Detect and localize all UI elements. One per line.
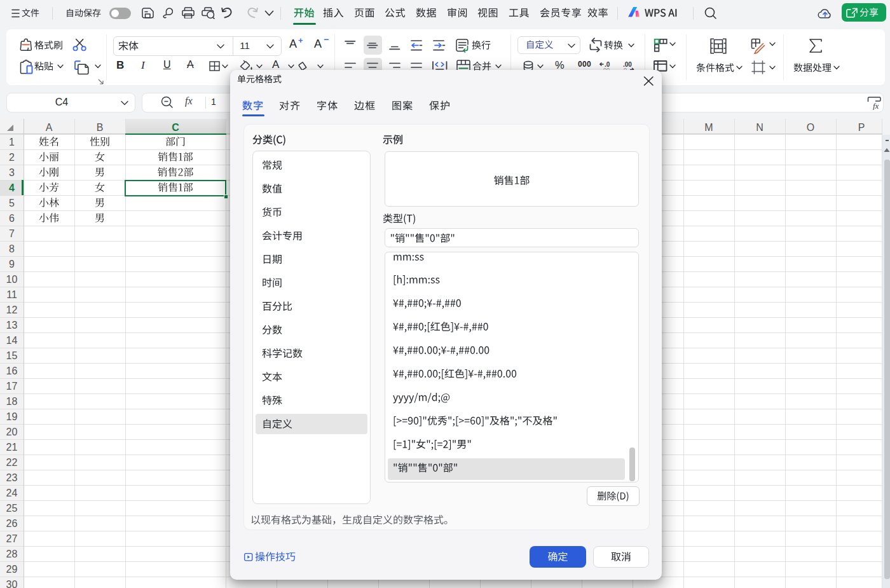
svg-text:fx: fx	[873, 101, 879, 111]
